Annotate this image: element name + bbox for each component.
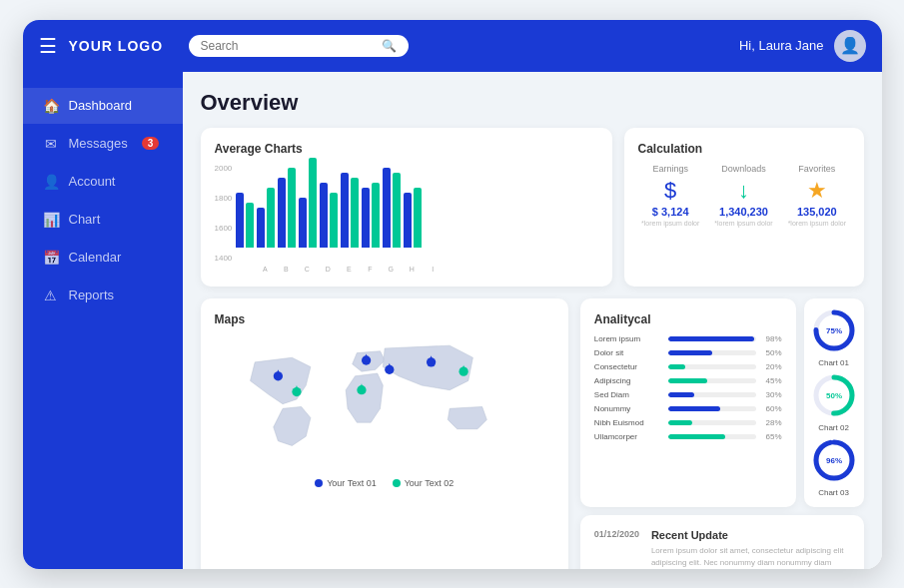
bar-group [341,173,359,248]
bar-group [383,168,401,248]
analytical-row: Dolor sit 50% [594,348,782,357]
maps-card: Maps [201,298,568,569]
bottom-row: Maps [201,298,864,569]
calc-value: 135,020 [784,206,849,218]
anal-pct: 98% [760,334,782,343]
calc-icon: ↓ [711,178,776,204]
donut-item: 75% Chart 01 [812,308,856,367]
anal-label: Ullamcorper [594,432,664,441]
anal-pct: 50% [760,348,782,357]
sidebar-item-reports[interactable]: ⚠ Reports [23,278,183,313]
bar-group [257,188,275,248]
top-row: Average Charts 2000 1800 1600 1400 ABCDE… [201,128,864,287]
legend-label: Your Text 01 [327,478,377,488]
bar-group [404,188,422,248]
donut-item: 96% Chart 03 [812,438,856,497]
legend-label: Your Text 02 [405,478,454,488]
calc-icon: ★ [784,178,849,204]
avg-charts-card: Average Charts 2000 1800 1600 1400 ABCDE… [201,128,612,287]
bar-green [414,188,422,248]
sidebar-item-dashboard[interactable]: 🏠 Dashboard [23,88,183,124]
bar-green [351,178,359,248]
donut-label: Chart 01 [818,358,849,367]
calc-item: Favorites ★ 135,020 *lorem ipsum dolor [784,164,849,227]
bar-blue [278,178,286,248]
world-map-svg [215,334,554,464]
donut-wrapper: 75% [812,308,856,356]
donut-svg: 75% [812,308,856,352]
hamburger-icon[interactable]: ☰ [39,34,57,58]
chart-area: 2000 1800 1600 1400 ABCDEFGHI [215,164,598,273]
sidebar-item-calendar[interactable]: 📅 Calendar [23,240,183,276]
x-label: B [277,266,295,273]
donut-item: 50% Chart 02 [812,373,856,432]
legend-dot [393,479,401,487]
donut-label: Chart 03 [818,488,849,497]
anal-bar-bg [668,378,756,383]
bar-green [309,158,317,248]
bar-blue [257,208,265,248]
x-label: F [361,266,379,273]
sidebar-item-account[interactable]: 👤 Account [23,164,183,200]
bar-blue [383,168,391,248]
user-area: Hi, Laura Jane 👤 [739,30,866,62]
calc-sub: *lorem ipsum dolor [711,220,776,227]
user-icon: 👤 [43,174,59,190]
bar-chart [236,164,597,264]
y-label: 1800 [215,194,233,203]
app-container: ☰ YOUR LOGO 🔍 Hi, Laura Jane 👤 🏠 Dashboa… [23,20,882,569]
bar-blue [236,193,244,248]
bar-green [288,168,296,248]
envelope-icon: ✉ [43,136,59,152]
anal-bar-fill [668,406,721,411]
bar-group [299,158,317,248]
legend-item: Your Text 01 [315,478,377,488]
analytical-row: Adipiscing 45% [594,376,782,385]
anal-bar-fill [668,434,725,439]
logo: YOUR LOGO [69,38,169,54]
bar-green [267,188,275,248]
calc-icon: $ [638,178,703,204]
svg-text:75%: 75% [825,326,841,335]
sidebar-item-messages[interactable]: ✉ Messages 3 [23,126,183,162]
search-icon: 🔍 [382,39,397,53]
greeting-text: Hi, Laura Jane [739,38,824,53]
calc-sub: *lorem ipsum dolor [638,220,703,227]
donut-charts: 75% Chart 01 50% Chart 02 96% Chart 03 [812,308,856,497]
sidebar-label-dashboard: Dashboard [69,98,133,113]
search-bar[interactable]: 🔍 [189,35,409,57]
avatar[interactable]: 👤 [834,30,866,62]
bar-group [278,168,296,248]
anal-bar-fill [668,336,754,341]
anal-bar-bg [668,364,756,369]
y-label: 1600 [215,224,233,233]
anal-bar-fill [668,392,694,397]
anal-pct: 28% [760,418,782,427]
chart-icon: 📊 [43,212,59,228]
search-input[interactable] [201,39,376,53]
avg-charts-title: Average Charts [215,142,598,156]
bar-green [372,183,380,248]
bar-green [246,203,254,248]
anal-label: Sed Diam [594,390,664,399]
sidebar-item-chart[interactable]: 📊 Chart [23,202,183,238]
alert-icon: ⚠ [43,288,59,303]
anal-bar-fill [668,350,712,355]
calculation-card: Calculation Earnings $ $ 3,124 *lorem ip… [624,128,864,287]
sidebar-label-reports: Reports [69,288,115,302]
sidebar: 🏠 Dashboard ✉ Messages 3 👤 Account 📊 Cha… [23,72,183,569]
calc-items: Earnings $ $ 3,124 *lorem ipsum dolor Do… [638,164,850,227]
x-label: D [319,266,337,273]
donuts-card: 75% Chart 01 50% Chart 02 96% Chart 03 [804,298,864,507]
bar-green [393,173,401,248]
calc-label: Earnings [638,164,703,174]
recent-text: Lorem ipsum dolor sit amet, consectetur … [651,545,850,569]
bar-group [320,183,338,248]
anal-bar-bg [668,350,756,355]
y-label: 2000 [215,164,233,173]
maps-title: Maps [215,312,554,326]
anal-label: Nonummy [594,404,664,413]
x-label: G [382,266,400,273]
anal-label: Nibh Euismod [594,418,664,427]
anal-label: Dolor sit [594,348,664,357]
